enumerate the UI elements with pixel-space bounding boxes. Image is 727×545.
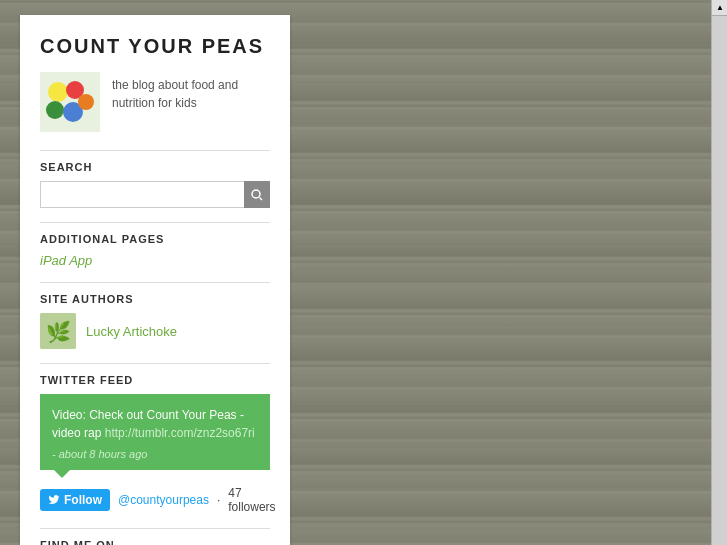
- scrollbar[interactable]: ▲: [711, 0, 727, 545]
- blog-header: the blog about food and nutrition for ki…: [40, 72, 270, 132]
- author-avatar: 🌿: [40, 313, 76, 349]
- svg-text:🌿: 🌿: [46, 320, 71, 344]
- twitter-feed-box: Video: Check out Count Your Peas - video…: [40, 394, 270, 470]
- scroll-up-button[interactable]: ▲: [712, 0, 727, 16]
- twitter-feed-label: TWITTER FEED: [40, 374, 270, 386]
- tweet-link[interactable]: http://tumblr.com/znz2so67ri: [105, 426, 255, 440]
- follow-button[interactable]: Follow: [40, 489, 110, 511]
- search-divider: [40, 150, 270, 151]
- site-authors-label: SITE AUTHORS: [40, 293, 270, 305]
- site-authors-divider: [40, 282, 270, 283]
- svg-point-6: [252, 190, 260, 198]
- additional-pages-label: ADDITIONAL PAGES: [40, 233, 270, 245]
- svg-point-5: [78, 94, 94, 110]
- blog-description: the blog about food and nutrition for ki…: [112, 72, 270, 112]
- sidebar-panel: COUNT YOUR PEAS the blog about food and …: [20, 15, 290, 545]
- twitter-handle: @countyourpeas: [118, 493, 209, 507]
- follow-label: Follow: [64, 493, 102, 507]
- search-button[interactable]: [244, 181, 270, 208]
- search-input[interactable]: [40, 181, 270, 208]
- twitter-follow-row: Follow @countyourpeas · 47 followers: [40, 486, 270, 514]
- svg-line-7: [260, 197, 263, 200]
- svg-point-3: [46, 101, 64, 119]
- search-label: SEARCH: [40, 161, 270, 173]
- blog-title: COUNT YOUR PEAS: [40, 35, 270, 58]
- author-row: 🌿 Lucky Artichoke: [40, 313, 270, 349]
- additional-pages-divider: [40, 222, 270, 223]
- blog-logo: [40, 72, 100, 132]
- find-me-divider: [40, 528, 270, 529]
- tweet-time: - about 8 hours ago: [52, 448, 258, 460]
- svg-point-1: [48, 82, 68, 102]
- tweet-text: Video: Check out Count Your Peas - video…: [52, 406, 258, 442]
- search-wrapper: [40, 181, 270, 208]
- follower-count: ·: [217, 493, 220, 507]
- author-name-link[interactable]: Lucky Artichoke: [86, 324, 177, 339]
- ipad-app-link[interactable]: iPad App: [40, 253, 270, 268]
- followers-text: 47 followers: [228, 486, 275, 514]
- twitter-feed-divider: [40, 363, 270, 364]
- find-me-label: FIND ME ON...: [40, 539, 270, 545]
